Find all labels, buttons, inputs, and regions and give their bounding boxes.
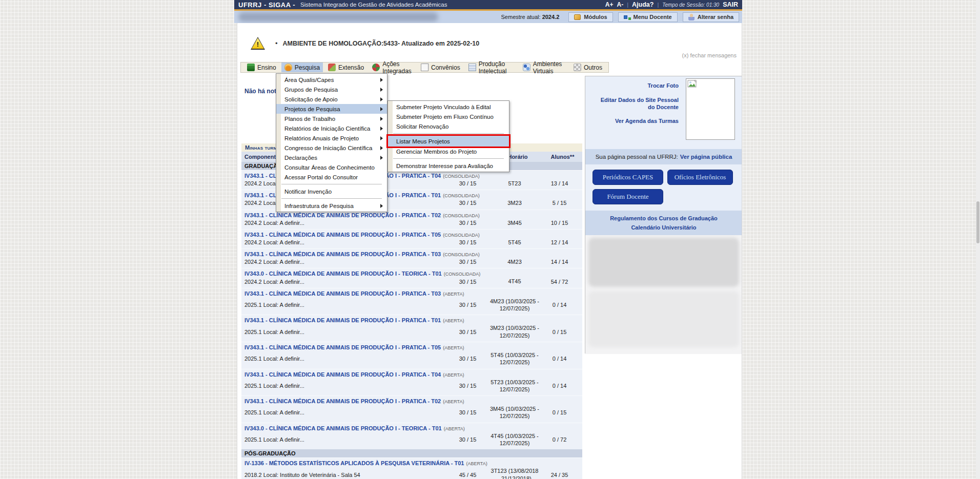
table-row: IV343.0 - CLÍNICA MÉDICA DE ANIMAIS DE P… <box>241 423 582 450</box>
course-ch: 30 / 15 <box>446 329 489 335</box>
course-alunos: 24 / 35 <box>540 472 579 478</box>
blurred-content <box>588 238 739 287</box>
menu-item-planos-de-trabalho[interactable]: Planos de Trabalho <box>276 114 387 123</box>
course-status: (ABERTA) <box>443 318 464 323</box>
sidebar-link-ver-agenda-das-turmas[interactable]: Ver Agenda das Turmas <box>593 118 679 125</box>
submenu-item-demonstrar-interesse-para-avaliacao[interactable]: Demonstrar Interesse para Avaliação <box>388 161 509 171</box>
menu-item-label: Listar Meus Projetos <box>396 138 450 144</box>
help-link[interactable]: Ajuda? <box>632 1 654 8</box>
course-ch: 30 / 15 <box>446 220 489 226</box>
menu-item-acessar-portal-do-consultor[interactable]: Acessar Portal do Consultor <box>276 172 387 182</box>
regulations-band: Regulamento dos Cursos de GraduaçãoCalen… <box>585 211 742 235</box>
course-link[interactable]: IV343.1 - CLÍNICA MÉDICA DE ANIMAIS DE P… <box>244 290 441 297</box>
submenu-arrow-icon <box>380 88 383 92</box>
sidebar-link-calendario-universitario[interactable]: Calendário Universitário <box>631 224 696 231</box>
menu-item-infraestrutura-de-pesquisa[interactable]: Infraestrutura de Pesquisa <box>276 201 387 211</box>
menu-item-congresso-de-iniciacao-cientifica[interactable]: Congresso de Iniciação Científica <box>276 143 387 153</box>
sidebar-button-oficios-eletronicos[interactable]: Ofícios Eletrônicos <box>667 170 733 185</box>
close-messages-link[interactable]: (x) fechar mensagens <box>682 52 737 58</box>
sidebar-link-trocar-foto[interactable]: Trocar Foto <box>593 82 679 90</box>
course-link[interactable]: IV343.1 - CLÍNICA MÉDICA DE ANIMAIS DE P… <box>244 371 441 378</box>
menu-docente-button[interactable]: Menu Docente <box>618 12 678 22</box>
submenu-item-submeter-projeto-vinculado-a-edital[interactable]: Submeter Projeto Vinculado à Edital <box>388 102 509 112</box>
course-link[interactable]: IV343.1 - CLÍNICA MÉDICA DE ANIMAIS DE P… <box>244 344 441 350</box>
modules-button[interactable]: Módulos <box>568 12 612 22</box>
menu-tab-ensino[interactable]: Ensino <box>244 63 279 72</box>
course-info: 2024.2 Local: A definir... <box>241 279 446 285</box>
course-link[interactable]: IV-1336 - MÉTODOS ESTATÍSTICOS APLICADOS… <box>244 460 464 466</box>
menu-item-solicitacao-de-apoio[interactable]: Solicitação de Apoio <box>276 94 387 104</box>
menu-item-consultar-areas-de-conhecimento[interactable]: Consultar Áreas de Conhecimento <box>276 162 387 172</box>
person-icon <box>688 14 695 20</box>
page-content: ! • AMBIENTE DE HOMOLOGAÇÃO:5433- Atuali… <box>237 23 742 479</box>
course-status: (CONSOLIDADA) <box>443 213 480 218</box>
menu-item-notificar-invencao[interactable]: Notificar Invenção <box>276 186 387 196</box>
menu-item-label: Demonstrar Interesse para Avaliação <box>396 163 493 169</box>
sidebar-link-regulamento-dos-cursos-de-graduacao[interactable]: Regulamento dos Cursos de Graduação <box>610 215 718 221</box>
menu-tab-label: Ações Integradas <box>382 60 413 75</box>
course-info: 2025.1 Local: A definir... <box>241 409 446 415</box>
course-link[interactable]: IV343.0 - CLÍNICA MÉDICA DE ANIMAIS DE P… <box>244 270 442 277</box>
course-link[interactable]: IV343.1 - CLÍNICA MÉDICA DE ANIMAIS DE P… <box>244 317 441 323</box>
bullet: • <box>275 39 278 47</box>
submenu-arrow-icon <box>380 204 383 208</box>
course-status: (CONSOLIDADA) <box>443 233 480 238</box>
books-icon <box>247 64 255 71</box>
menu-item-grupos-de-pesquisa[interactable]: Grupos de Pesquisa <box>276 85 387 94</box>
profile-photo-placeholder[interactable] <box>686 78 735 140</box>
alterar-senha-button[interactable]: Alterar senha <box>683 12 739 22</box>
divider: | <box>627 2 628 8</box>
course-status: (ABERTA) <box>443 345 464 350</box>
course-title-line: IV343.0 - CLÍNICA MÉDICA DE ANIMAIS DE P… <box>241 423 582 431</box>
sidebar-button-periodicos-capes[interactable]: Periódicos CAPES <box>593 170 663 185</box>
menu-item-area-qualis-capes[interactable]: Área Qualis/Capes <box>276 75 387 85</box>
course-horario: 5T23 (10/03/2025 - 12/07/2025) <box>489 379 540 393</box>
menu-tab-label: Convênios <box>431 64 460 71</box>
course-link[interactable]: IV343.1 - CLÍNICA MÉDICA DE ANIMAIS DE P… <box>244 398 441 404</box>
scrollbar-thumb[interactable] <box>976 201 979 243</box>
course-status: (CONSOLIDADA) <box>444 272 481 277</box>
menu-item-label: Solicitação de Apoio <box>284 96 338 102</box>
course-alunos: 5 / 15 <box>540 200 579 206</box>
course-alunos: 13 / 14 <box>540 180 579 186</box>
menu-tab-pesquisa[interactable]: Pesquisa <box>281 63 323 72</box>
font-increase-button[interactable]: A+ <box>605 1 614 8</box>
menu-item-label: Planos de Trabalho <box>284 116 335 122</box>
menu-tab-producao-intelectual[interactable]: Produção Intelectual <box>465 59 518 76</box>
menu-tab-outros[interactable]: Outros <box>570 63 605 72</box>
menu-item-label: Relatórios de Iniciação Científica <box>284 126 370 132</box>
menu-tab-convenios[interactable]: Convênios <box>418 63 463 72</box>
scrollbar-track[interactable] <box>976 0 980 479</box>
course-detail-line: 2025.1 Local: A definir...30 / 155T45 (1… <box>241 350 582 369</box>
course-status: (ABERTA) <box>443 291 464 297</box>
table-row: IV343.0 - CLÍNICA MÉDICA DE ANIMAIS DE P… <box>241 268 582 287</box>
menu-item-declaracoes[interactable]: Declarações <box>276 153 387 162</box>
course-link[interactable]: IV343.1 - CLÍNICA MÉDICA DE ANIMAIS DE P… <box>244 251 441 257</box>
ver-pagina-publica-link[interactable]: Ver página pública <box>680 154 732 160</box>
course-link[interactable]: IV343.1 - CLÍNICA MÉDICA DE ANIMAIS DE P… <box>244 212 441 218</box>
course-alunos: 0 / 15 <box>540 409 579 415</box>
menu-item-label: Projetos de Pesquisa <box>284 106 340 112</box>
font-decrease-button[interactable]: A- <box>617 1 624 8</box>
table-row: IV343.1 - CLÍNICA MÉDICA DE ANIMAIS DE P… <box>241 395 582 423</box>
menu-tab-extensao[interactable]: Extensão <box>325 63 367 72</box>
submenu-item-solicitar-renovacao[interactable]: Solicitar Renovação <box>388 121 509 131</box>
menu-tab-label: Ambientes Virtuais <box>533 60 565 75</box>
menu-item-relatorios-anuais-de-projeto[interactable]: Relatórios Anuais de Projeto <box>276 133 387 143</box>
app-subtitle: Sistema Integrado de Gestão de Atividade… <box>300 2 447 8</box>
menu-item-relatorios-de-iniciacao-cientifica[interactable]: Relatórios de Iniciação Científica <box>276 123 387 133</box>
course-link[interactable]: IV343.1 - CLÍNICA MÉDICA DE ANIMAIS DE P… <box>244 232 441 238</box>
sidebar-link-editar-dados-do-site-pessoal-do-docente[interactable]: Editar Dados do Site Pessoal do Docente <box>593 97 679 111</box>
course-title-line: IV343.1 - CLÍNICA MÉDICA DE ANIMAIS DE P… <box>241 230 582 238</box>
submenu-item-listar-meus-projetos[interactable]: Listar Meus Projetos <box>388 136 509 147</box>
logout-link[interactable]: SAIR <box>723 1 738 8</box>
course-title-line: IV343.1 - CLÍNICA MÉDICA DE ANIMAIS DE P… <box>241 342 582 350</box>
menu-tab-label: Ensino <box>257 64 276 71</box>
sidebar-button-forum-docente[interactable]: Fórum Docente <box>593 189 663 204</box>
submenu-item-submeter-projeto-em-fluxo-continuo[interactable]: Submeter Projeto em Fluxo Contínuo <box>388 112 509 121</box>
submenu-item-gerenciar-membros-do-projeto[interactable]: Gerenciar Membros do Projeto <box>388 147 509 156</box>
menu-tab-ambientes-virtuais[interactable]: Ambientes Virtuais <box>520 59 568 76</box>
menu-item-projetos-de-pesquisa[interactable]: Projetos de Pesquisa <box>276 104 387 114</box>
menu-item-label: Área Qualis/Capes <box>284 77 334 83</box>
course-link[interactable]: IV343.0 - CLÍNICA MÉDICA DE ANIMAIS DE P… <box>244 425 442 431</box>
